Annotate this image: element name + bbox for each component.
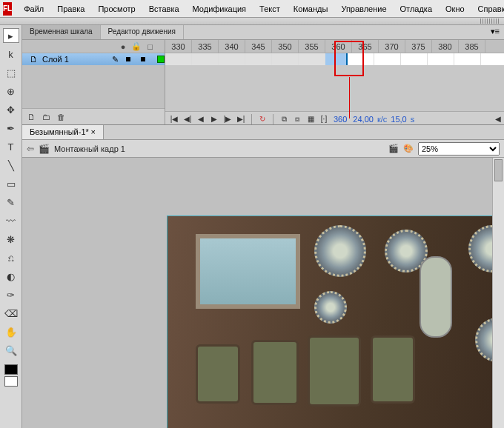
tick: 360 <box>325 40 352 53</box>
layer-list: ● 🔒 □ 🗋 Слой 1 ✎ 🗋 🗀 🗑 <box>22 40 165 124</box>
subselection-tool[interactable]: k <box>3 47 19 61</box>
canvas-content[interactable] <box>167 215 504 428</box>
tick: 330 <box>165 40 192 53</box>
outline-icon[interactable]: □ <box>147 42 153 51</box>
onion-skin-button[interactable]: ⧉ <box>278 115 290 124</box>
menu-modify[interactable]: Модификация <box>187 3 253 15</box>
fps-unit: к/с <box>377 115 387 124</box>
menu-help[interactable]: Справка <box>472 3 504 15</box>
close-tab-icon[interactable]: × <box>91 127 96 136</box>
menu-text[interactable]: Текст <box>253 3 286 15</box>
playhead-line <box>349 77 350 118</box>
tick: 350 <box>272 40 299 53</box>
eraser-tool[interactable]: ⌫ <box>3 306 19 321</box>
hand-tool[interactable]: ✋ <box>3 324 19 339</box>
color-swatches <box>4 364 18 387</box>
frames-area: 330 335 340 345 350 355 360 365 370 375 … <box>165 40 504 124</box>
tab-motion-editor[interactable]: Редактор движения <box>101 25 184 39</box>
delete-layer-button[interactable]: 🗑 <box>55 111 67 123</box>
pencil-tool[interactable]: ✎ <box>3 195 19 210</box>
frame-ruler[interactable]: 330 335 340 345 350 355 360 365 370 375 … <box>165 40 504 53</box>
tick: 380 <box>432 40 459 53</box>
tick: 385 <box>459 40 485 53</box>
menu-commands[interactable]: Команды <box>288 3 334 15</box>
document-tabs: Безымянный-1* × <box>22 125 504 140</box>
stroke-swatch[interactable] <box>4 364 18 375</box>
document-tab[interactable]: Безымянный-1* × <box>22 125 104 139</box>
text-tool[interactable]: T <box>3 139 19 154</box>
panel-menu-icon[interactable]: ▾≡ <box>486 25 504 39</box>
layer-outline-swatch[interactable] <box>157 56 165 63</box>
menu-view[interactable]: Просмотр <box>92 3 141 15</box>
step-fwd-button[interactable]: |▶ <box>222 115 233 123</box>
back-arrow-icon[interactable]: ⇦ <box>27 144 34 154</box>
scrollbar-thumb[interactable] <box>494 159 503 181</box>
center-frame-button[interactable]: [·] <box>318 115 330 123</box>
menu-edit[interactable]: Правка <box>51 3 90 15</box>
current-frame[interactable]: 360 <box>334 115 347 124</box>
app-menubar: FL Файл Правка Просмотр Вставка Модифика… <box>0 0 504 18</box>
scene-name: Монтажный кадр 1 <box>54 144 125 153</box>
layer-icon: 🗋 <box>30 55 38 64</box>
lock-icon[interactable]: 🔒 <box>131 41 142 51</box>
tick: 355 <box>299 40 325 53</box>
deco-tool[interactable]: ❋ <box>3 232 19 247</box>
loop-button[interactable]: ↻ <box>256 115 268 123</box>
tick: 335 <box>192 40 219 53</box>
layer-vis-dot[interactable] <box>126 57 130 61</box>
selection-tool[interactable]: ▸ <box>3 28 19 43</box>
vertical-scrollbar[interactable] <box>492 158 504 428</box>
tick: 365 <box>352 40 379 53</box>
menu-window[interactable]: Окно <box>440 3 471 15</box>
time-unit: s <box>411 115 415 124</box>
pen-tool[interactable]: ✒ <box>3 121 19 136</box>
tab-timeline[interactable]: Временная шкала <box>22 25 101 39</box>
line-tool[interactable]: ╲ <box>3 158 19 173</box>
menu-control[interactable]: Управление <box>335 3 392 15</box>
tick: 345 <box>245 40 272 53</box>
elapsed-time: 15,0 <box>391 115 406 124</box>
zoom-tool[interactable]: 🔍 <box>3 343 19 358</box>
layer-frames[interactable] <box>165 53 504 65</box>
main-menu: Файл Правка Просмотр Вставка Модификация… <box>18 3 504 15</box>
edit-multi-button[interactable]: ▦ <box>305 115 316 123</box>
brush-tool[interactable]: 〰 <box>3 213 19 228</box>
menu-debug[interactable]: Отладка <box>394 3 438 15</box>
menu-insert[interactable]: Вставка <box>143 3 185 15</box>
edit-symbols-icon[interactable]: 🎨 <box>403 144 414 153</box>
3d-rotation-tool[interactable]: ⊕ <box>3 84 19 98</box>
menu-file[interactable]: Файл <box>18 3 50 15</box>
step-back-button[interactable]: ◀| <box>182 115 193 123</box>
paint-bucket-tool[interactable]: ◐ <box>3 269 19 284</box>
zoom-select[interactable]: 25% <box>418 142 500 156</box>
onion-outline-button[interactable]: ⧈ <box>291 115 303 124</box>
scroll-left-button[interactable]: ◀ <box>492 115 504 123</box>
layer-pencil-icon: ✎ <box>112 55 119 64</box>
fill-swatch[interactable] <box>4 376 18 387</box>
lasso-tool[interactable]: ✥ <box>3 102 19 117</box>
grip-icon[interactable] <box>480 19 500 24</box>
goto-last-button[interactable]: ▶| <box>235 115 247 123</box>
edit-bar: ⇦ 🎬 Монтажный кадр 1 🎬 🎨 25% <box>22 140 504 158</box>
rectangle-tool[interactable]: ▭ <box>3 176 19 191</box>
edit-scene-icon[interactable]: 🎬 <box>388 144 399 153</box>
play-back-button[interactable]: ◀ <box>195 115 207 123</box>
new-layer-button[interactable]: 🗋 <box>25 111 37 123</box>
tick: 340 <box>219 40 245 53</box>
panel-grip-bar <box>0 18 504 25</box>
bone-tool[interactable]: ⎌ <box>3 250 19 265</box>
fps-value[interactable]: 24,00 <box>353 115 374 124</box>
goto-first-button[interactable]: |◀ <box>168 115 180 123</box>
free-transform-tool[interactable]: ⬚ <box>3 65 19 80</box>
layer-row-1[interactable]: 🗋 Слой 1 ✎ <box>22 53 165 65</box>
playback-controls: |◀ ◀| ◀ ▶ |▶ ▶| ↻ ⧉ ⧈ ▦ [·] 360 24,00к/с… <box>165 111 504 124</box>
visibility-icon[interactable]: ● <box>121 42 126 51</box>
tools-panel: ▸ k ⬚ ⊕ ✥ ✒ T ╲ ▭ ✎ 〰 ❋ ⎌ ◐ ✑ ⌫ ✋ 🔍 <box>0 25 22 428</box>
play-button[interactable]: ▶ <box>208 115 220 123</box>
layer-lock-dot[interactable] <box>141 57 145 61</box>
new-folder-button[interactable]: 🗀 <box>40 111 52 123</box>
timeline-panel: ● 🔒 □ 🗋 Слой 1 ✎ 🗋 🗀 🗑 <box>22 40 504 125</box>
eyedropper-tool[interactable]: ✑ <box>3 287 19 302</box>
layer-header: ● 🔒 □ <box>22 40 165 53</box>
stage[interactable] <box>22 158 504 428</box>
